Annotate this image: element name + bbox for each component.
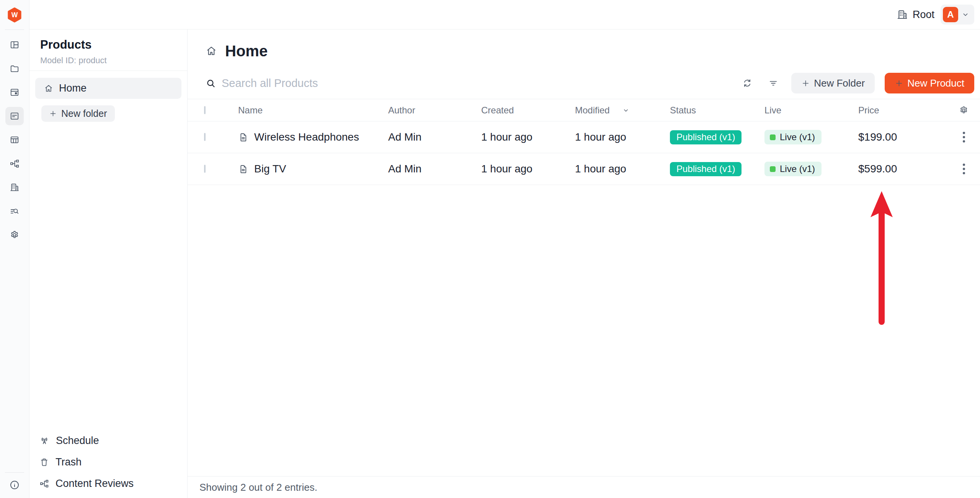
- tenant-building-icon: [10, 182, 20, 192]
- live-badge-label: Live (v1): [780, 164, 815, 174]
- document-icon: [238, 132, 248, 143]
- select-all-checkbox[interactable]: [204, 106, 206, 114]
- filter-button[interactable]: [765, 75, 781, 91]
- search-icon: [206, 78, 216, 88]
- column-header-live[interactable]: Live: [764, 105, 858, 116]
- column-header-modified-label: Modified: [575, 105, 610, 116]
- product-created: 1 hour ago: [481, 131, 575, 143]
- status-badge: Published (v1): [670, 130, 742, 144]
- table-icon: [10, 135, 20, 145]
- topbar: Root A: [29, 0, 980, 29]
- workflow-icon: [10, 159, 20, 169]
- product-price: $199.00: [858, 131, 947, 143]
- trash-icon: [39, 457, 49, 467]
- sidebar-item-trash-label: Trash: [56, 456, 82, 468]
- row-checkbox[interactable]: [204, 165, 206, 173]
- building-icon: [897, 9, 908, 20]
- panel-header: Products Model ID: product: [29, 29, 187, 71]
- row-menu-button[interactable]: [959, 128, 969, 146]
- page-title: Products: [40, 37, 176, 52]
- new-folder-button-label: New Folder: [814, 77, 865, 89]
- plus-icon: [49, 110, 57, 118]
- new-product-button-label: New Product: [907, 77, 964, 89]
- live-badge: Live (v1): [764, 130, 822, 144]
- rail-item-settings[interactable]: [5, 226, 24, 244]
- rail-item-headless-cms[interactable]: [5, 107, 24, 125]
- table-footer: Showing 2 out of 2 entries.: [188, 476, 980, 498]
- rail-item-workflow[interactable]: [5, 154, 24, 173]
- rail-item-tenants[interactable]: [5, 178, 24, 197]
- product-modified: 1 hour ago: [575, 131, 670, 143]
- refresh-button[interactable]: [739, 75, 755, 91]
- tenant-label: Root: [913, 9, 934, 21]
- row-menu-button[interactable]: [959, 160, 969, 178]
- sidebar-panel: Products Model ID: product Home New fold…: [29, 29, 188, 498]
- info-button[interactable]: [5, 477, 24, 493]
- home-icon: [44, 84, 53, 93]
- entries-count-text: Showing 2 out of 2 entries.: [199, 482, 317, 493]
- live-badge-label: Live (v1): [780, 132, 815, 143]
- search-input[interactable]: [222, 77, 490, 90]
- home-icon: [206, 45, 217, 57]
- column-header-created[interactable]: Created: [481, 105, 575, 116]
- sidebar-item-trash[interactable]: Trash: [39, 451, 187, 473]
- webiny-logo-icon: W: [7, 7, 22, 23]
- product-name: Wireless Headphones: [254, 131, 359, 143]
- sidebar-item-schedule-label: Schedule: [56, 435, 99, 447]
- rail-bottom-divider: [5, 472, 24, 473]
- search-content-icon: [10, 206, 20, 216]
- status-badge: Published (v1): [670, 162, 742, 176]
- account-menu-button[interactable]: A: [941, 5, 974, 25]
- chevron-down-icon: [961, 10, 970, 19]
- live-badge: Live (v1): [764, 162, 822, 176]
- column-header-modified[interactable]: Modified: [575, 105, 670, 116]
- plus-icon: [801, 79, 810, 88]
- sort-chevron-down-icon[interactable]: [622, 106, 630, 114]
- product-modified: 1 hour ago: [575, 163, 670, 175]
- workflow-icon: [39, 479, 49, 488]
- app-rail: W: [0, 0, 29, 498]
- model-id-subtitle: Model ID: product: [40, 55, 176, 66]
- avatar: A: [943, 7, 958, 22]
- new-folder-sidebar-label: New folder: [61, 108, 107, 119]
- svg-text:W: W: [11, 11, 18, 19]
- breadcrumb-current-folder: Home: [225, 43, 268, 60]
- row-checkbox[interactable]: [204, 133, 206, 141]
- annotation-arrow-up-icon: [870, 191, 893, 328]
- main-content: Home New Folder: [188, 29, 980, 498]
- rail-item-table[interactable]: [5, 131, 24, 149]
- column-header-name[interactable]: Name: [238, 105, 388, 116]
- rail-item-dashboard[interactable]: [5, 36, 24, 54]
- new-product-button[interactable]: New Product: [885, 73, 974, 93]
- rail-item-page-builder[interactable]: [5, 83, 24, 102]
- page-builder-icon: [10, 87, 20, 97]
- document-icon: [238, 164, 248, 174]
- column-header-price[interactable]: Price: [858, 105, 947, 116]
- new-folder-sidebar-button[interactable]: New folder: [41, 105, 115, 122]
- sidebar-item-content-reviews[interactable]: Content Reviews: [39, 473, 187, 494]
- rail-item-search-content[interactable]: [5, 202, 24, 220]
- broadcast-icon: [39, 436, 49, 446]
- column-header-author[interactable]: Author: [388, 105, 481, 116]
- product-price: $599.00: [858, 163, 947, 175]
- rail-item-files[interactable]: [5, 59, 24, 78]
- column-header-status[interactable]: Status: [670, 105, 764, 116]
- product-author: Ad Min: [388, 131, 481, 143]
- new-folder-button[interactable]: New Folder: [791, 73, 875, 93]
- table-settings-button[interactable]: [956, 102, 972, 118]
- products-table: Name Author Created Modified Status Live…: [188, 99, 980, 185]
- filter-icon: [768, 78, 778, 88]
- settings-gear-icon: [10, 230, 20, 240]
- sidebar-item-content-reviews-label: Content Reviews: [56, 478, 134, 490]
- table-row[interactable]: Big TV Ad Min 1 hour ago 1 hour ago Publ…: [188, 153, 980, 185]
- sidebar-item-home[interactable]: Home: [35, 78, 181, 99]
- live-dot-icon: [770, 134, 776, 140]
- table-header-row: Name Author Created Modified Status Live…: [188, 99, 980, 121]
- table-row[interactable]: Wireless Headphones Ad Min 1 hour ago 1 …: [188, 121, 980, 153]
- settings-gear-icon: [959, 105, 969, 115]
- sidebar-item-schedule[interactable]: Schedule: [39, 430, 187, 451]
- tenant-selector[interactable]: Root: [897, 9, 934, 21]
- logo-wrap[interactable]: W: [0, 0, 29, 29]
- folder-icon: [10, 64, 20, 74]
- product-created: 1 hour ago: [481, 163, 575, 175]
